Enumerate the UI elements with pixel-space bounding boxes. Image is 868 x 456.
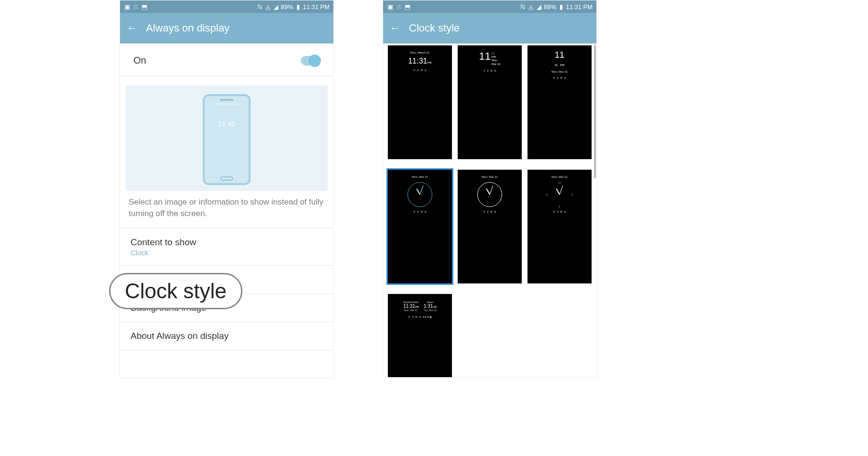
about-aod-row[interactable]: About Always on display	[120, 322, 333, 350]
preview-card: Mon, March 21 ▮ 12:45	[126, 86, 328, 191]
usb-icon: ⎍	[396, 3, 402, 10]
tile-status-icons: ✕ 2 ✉ 6	[413, 210, 427, 213]
tile-status-icons: ✕ 2 ✉ 6	[413, 68, 427, 72]
tile-status-icons: ✕ 2 ✉ 6	[553, 210, 567, 213]
back-arrow-icon[interactable]: ←	[127, 22, 137, 34]
status-left-icons: ▣ ⎍ ⬒	[124, 3, 148, 10]
preview-date: Mon, March 21 ▮	[216, 102, 238, 105]
clock-tile-digital-side[interactable]: 11 31 PM Mon Mar 21 ✕ 2 ✉ 6	[458, 45, 522, 159]
image-icon: ▣	[387, 3, 394, 10]
city-1: Novokuznetsk	[403, 301, 419, 304]
wifi-icon: ◬	[527, 3, 534, 10]
time-2: 1:31AM	[424, 304, 437, 309]
phone-preview-icon: Mon, March 21 ▮ 12:45	[203, 94, 251, 185]
nfc-icon: ℕ	[256, 3, 263, 10]
tile-date: Mon, Mar 21	[551, 70, 568, 73]
status-time: 11:31 PM	[566, 3, 593, 11]
clock-tile-analog-simple[interactable]: Mon, Mar 21 ✕ 2 ✉ 6	[458, 170, 522, 283]
battery-icon: ▮	[558, 3, 564, 10]
battery-icon: ▮	[295, 3, 301, 10]
phone-right-clock-style: ▣ ⎍ ⬒ ℕ ◬ ◢ 89% ▮ 11:31 PM ← Clock style…	[383, 0, 597, 378]
analog-clock-icon: 12 3 6 9	[547, 182, 572, 207]
about-label: About Always on display	[131, 331, 323, 341]
download-icon: ⬒	[141, 3, 148, 10]
description-text: Select an image or information to show i…	[120, 191, 333, 228]
tile-date: Mon, Mar 21	[482, 175, 498, 178]
tile-status-icons: ✕ 2 ✉ 6 84%▮	[408, 315, 432, 318]
content-label: Content to show	[131, 237, 323, 248]
content-value: Clock	[131, 249, 323, 257]
scrollbar[interactable]	[594, 44, 596, 178]
world-clock-cols: Novokuznetsk 11:31PM Mon, Mar 21 Seoul 1…	[401, 301, 439, 312]
analog-clock-icon	[407, 182, 432, 207]
signal-icon: ◢	[536, 3, 542, 10]
tile-date: Mon, Mar 21	[551, 175, 568, 178]
battery-percent: 89%	[544, 3, 556, 11]
status-bar: ▣ ⎍ ⬒ ℕ ◬ ◢ 89% ▮ 11:31 PM	[120, 0, 333, 13]
city-2: Seoul	[424, 301, 437, 304]
time-1: 11:31PM	[403, 304, 419, 309]
download-icon: ⬒	[404, 3, 411, 10]
status-right-icons: ℕ ◬ ◢ 89% ▮ 11:31 PM	[256, 3, 330, 11]
toggle-label: On	[133, 55, 146, 66]
app-bar: ← Always on display	[120, 13, 333, 43]
page-title: Clock style	[409, 22, 460, 34]
battery-percent: 89%	[281, 3, 293, 11]
nfc-icon: ℕ	[519, 3, 526, 10]
tile-time: 11 31 PM Mon Mar 21	[479, 50, 500, 66]
clock-tile-world-clock[interactable]: Novokuznetsk 11:31PM Mon, Mar 21 Seoul 1…	[388, 294, 452, 377]
clock-tile-digital-stacked[interactable]: 11 31 PM Mon, Mar 21 ✕ 2 ✉ 6	[527, 45, 592, 159]
toggle-switch[interactable]	[301, 56, 320, 65]
tile-status-icons: ✕ 2 ✉ 6	[553, 76, 567, 79]
aod-toggle-row[interactable]: On	[120, 43, 333, 76]
app-bar: ← Clock style	[383, 13, 596, 43]
signal-icon: ◢	[273, 3, 279, 10]
clock-tile-digital-classic[interactable]: Mon, March 21 11:31PM ✕ 2 ✉ 6	[388, 45, 452, 159]
image-icon: ▣	[124, 3, 131, 10]
analog-clock-icon	[477, 182, 502, 207]
content-to-show-row[interactable]: Content to show Clock	[120, 228, 333, 266]
tile-date: Mon, Mar 21	[412, 175, 428, 178]
clock-tile-analog-numbered[interactable]: Mon, Mar 21 12 3 6 9 ✕ 2 ✉ 6	[527, 170, 592, 283]
page-title: Always on display	[146, 22, 230, 34]
tile-date: Mon, March 21	[410, 51, 429, 54]
tile-minute: 31 PM	[555, 58, 565, 68]
clock-style-grid: Mon, March 21 11:31PM ✕ 2 ✉ 6 11 31 PM M…	[383, 43, 596, 377]
status-right-icons: ℕ ◬ ◢ 89% ▮ 11:31 PM	[519, 3, 593, 11]
phone-left-aod-settings: ▣ ⎍ ⬒ ℕ ◬ ◢ 89% ▮ 11:31 PM ← Always on d…	[120, 0, 334, 379]
usb-icon: ⎍	[132, 3, 139, 10]
tile-time: 11:31PM	[408, 57, 431, 65]
clock-style-callout: Clock style	[109, 273, 242, 309]
wifi-icon: ◬	[264, 3, 271, 10]
tile-status-icons: ✕ 2 ✉ 6	[483, 210, 497, 213]
date-2: Tue, Mar 22	[424, 309, 437, 312]
status-left-icons: ▣ ⎍ ⬒	[387, 3, 411, 10]
preview-time: 12:45	[218, 119, 236, 128]
date-1: Mon, Mar 21	[403, 309, 419, 312]
clock-tile-analog-blue[interactable]: Mon, Mar 21 ✕ 2 ✉ 6	[388, 170, 452, 283]
status-bar: ▣ ⎍ ⬒ ℕ ◬ ◢ 89% ▮ 11:31 PM	[383, 0, 596, 13]
status-time: 11:31 PM	[303, 3, 330, 11]
tile-status-icons: ✕ 2 ✉ 6	[483, 69, 497, 72]
back-arrow-icon[interactable]: ←	[390, 22, 400, 34]
